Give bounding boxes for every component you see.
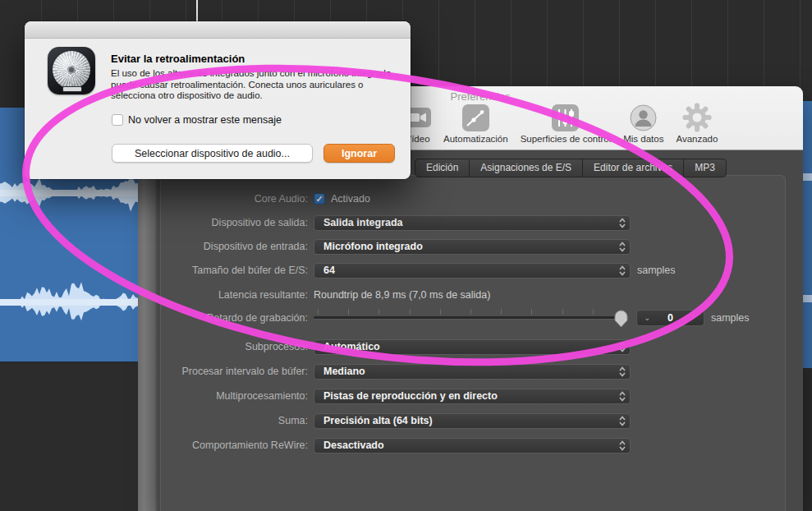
popup-updown-icon bbox=[618, 241, 626, 253]
stepper-down-icon[interactable]: ⌄ bbox=[644, 314, 650, 322]
form-row-process-buffer-range: Procesar intervalo de búfer: Mediano bbox=[158, 363, 631, 380]
form-row-recording-delay: Retardo de grabación: ⌄ 0 ⌃ samples bbox=[158, 310, 750, 326]
field-label: Procesar intervalo de búfer: bbox=[158, 366, 308, 377]
toolbar-item-label: Automatización bbox=[443, 134, 508, 144]
slider-track[interactable] bbox=[314, 316, 623, 319]
toolbar-item-automation[interactable]: Automatización bbox=[443, 104, 508, 144]
tab-editor-archivos[interactable]: Editor de archivos bbox=[583, 159, 684, 177]
waveform-fragment bbox=[803, 173, 812, 181]
tab-strip: Edición Asignaciones de E/S Editor de ar… bbox=[415, 159, 727, 177]
tab-edicion[interactable]: Edición bbox=[415, 159, 470, 177]
field-label: Comportamiento ReWire: bbox=[158, 440, 308, 451]
popup-value: Salida integrada bbox=[323, 217, 618, 228]
buffer-size-popup[interactable]: 64 bbox=[314, 263, 631, 279]
input-device-popup[interactable]: Micrófono integrado bbox=[314, 239, 631, 255]
playhead-marker[interactable] bbox=[196, 0, 198, 22]
stepper-up-icon[interactable]: ⌃ bbox=[690, 314, 697, 322]
output-device-popup[interactable]: Salida integrada bbox=[314, 215, 631, 231]
popup-value: Mediano bbox=[323, 366, 618, 377]
toolbar-item-advanced[interactable]: Avanzado bbox=[676, 104, 718, 144]
form-row-multiprocessing: Multiprocesamiento: Pistas de reproducci… bbox=[158, 388, 631, 404]
stepper-value: 0 bbox=[667, 312, 673, 324]
unit-label: samples bbox=[711, 312, 750, 324]
process-buffer-popup[interactable]: Mediano bbox=[314, 364, 631, 380]
form-row-output-device: Dispositivo de salida: Salida integrada bbox=[158, 214, 631, 231]
summing-popup[interactable]: Precisión alta (64 bits) bbox=[314, 413, 631, 429]
screen: Preferencias Vídeo Automatización bbox=[0, 0, 812, 511]
gear-icon bbox=[682, 104, 712, 131]
popup-updown-icon bbox=[618, 390, 626, 403]
toolbar-item-control-surfaces[interactable]: Superficies de control bbox=[521, 104, 612, 144]
form-row-buffer-size: Tamaño del búfer de E/S: 64 samples bbox=[158, 262, 676, 279]
automation-icon bbox=[462, 104, 489, 131]
select-audio-device-button[interactable]: Seleccionar dispositivo de audio... bbox=[112, 144, 313, 163]
field-label: Retardo de grabación: bbox=[158, 312, 308, 324]
toolbar-item-my-info[interactable]: Mis datos bbox=[623, 104, 663, 144]
threads-popup[interactable]: Automático bbox=[314, 339, 631, 355]
dont-show-again-checkbox[interactable] bbox=[112, 114, 123, 126]
feedback-alert-dialog: Evitar la retroalimentación El uso de lo… bbox=[25, 21, 411, 179]
popup-value: Desactivado bbox=[323, 440, 618, 451]
dialog-title: Evitar la retroalimentación bbox=[111, 53, 245, 65]
field-label: Suma: bbox=[158, 415, 308, 426]
toolbar-item-label: Superficies de control bbox=[521, 134, 612, 144]
popup-updown-icon bbox=[618, 265, 626, 277]
logic-pro-app-icon bbox=[48, 47, 95, 94]
popup-updown-icon bbox=[618, 366, 626, 378]
form-row-threads: Subprocesos: Automático bbox=[158, 338, 631, 355]
unit-label: samples bbox=[637, 265, 676, 276]
popup-updown-icon bbox=[618, 217, 626, 229]
field-label: Tamaño del búfer de E/S: bbox=[158, 265, 308, 276]
toolbar-item-label: Avanzado bbox=[676, 134, 718, 144]
field-label: Latencia resultante: bbox=[158, 289, 308, 301]
popup-value: 64 bbox=[323, 265, 618, 276]
field-label: Dispositivo de entrada: bbox=[158, 241, 308, 252]
dialog-body-text: El uso de los altavoces integrados junto… bbox=[111, 68, 405, 102]
toolbar-item-label: Mis datos bbox=[623, 134, 663, 144]
waveform-fragment bbox=[803, 295, 812, 302]
popup-value: Automático bbox=[323, 341, 618, 352]
form-row-rewire: Comportamiento ReWire: Desactivado bbox=[158, 437, 631, 453]
my-info-icon bbox=[630, 104, 657, 131]
checkbox-label: No volver a mostrar este mensaje bbox=[128, 114, 282, 126]
popup-updown-icon bbox=[618, 440, 626, 452]
field-label: Dispositivo de salida: bbox=[158, 217, 308, 228]
popup-value: Precisión alta (64 bits) bbox=[323, 415, 618, 426]
audio-region-right-edge bbox=[803, 101, 812, 368]
field-label: Subprocesos: bbox=[158, 341, 308, 352]
popup-value: Pistas de reproducción y en directo bbox=[323, 390, 618, 402]
form-row-summing: Suma: Precisión alta (64 bits) bbox=[158, 412, 631, 429]
slider-ticks bbox=[318, 309, 622, 315]
recording-delay-stepper[interactable]: ⌄ 0 ⌃ bbox=[636, 310, 704, 326]
form-row-latency: Latencia resultante: Roundtrip de 8,9 ms… bbox=[158, 287, 490, 303]
core-audio-checkbox[interactable]: ✓ bbox=[314, 193, 325, 205]
checkbox-label: Activado bbox=[331, 193, 370, 205]
form-row-core-audio: Core Audio: ✓ Activado bbox=[158, 191, 370, 207]
popup-updown-icon bbox=[618, 415, 626, 427]
tab-mp3[interactable]: MP3 bbox=[684, 159, 727, 177]
dialog-titlebar[interactable] bbox=[25, 21, 411, 39]
field-label: Multiprocesamiento: bbox=[158, 390, 308, 402]
recording-delay-slider[interactable] bbox=[314, 309, 623, 327]
slider-thumb[interactable] bbox=[614, 310, 628, 328]
tab-asignaciones-es[interactable]: Asignaciones de E/S bbox=[470, 159, 583, 177]
popup-updown-icon bbox=[618, 341, 626, 353]
control-surfaces-icon bbox=[552, 104, 579, 131]
popup-value: Micrófono integrado bbox=[323, 241, 618, 252]
ignore-button[interactable]: Ignorar bbox=[323, 144, 395, 163]
latency-value: Roundtrip de 8,9 ms (7,0 ms de salida) bbox=[314, 289, 490, 301]
form-row-input-device: Dispositivo de entrada: Micrófono integr… bbox=[158, 238, 631, 255]
field-label: Core Audio: bbox=[158, 193, 308, 205]
multiprocessing-popup[interactable]: Pistas de reproducción y en directo bbox=[314, 389, 631, 404]
rewire-popup[interactable]: Desactivado bbox=[314, 438, 631, 453]
